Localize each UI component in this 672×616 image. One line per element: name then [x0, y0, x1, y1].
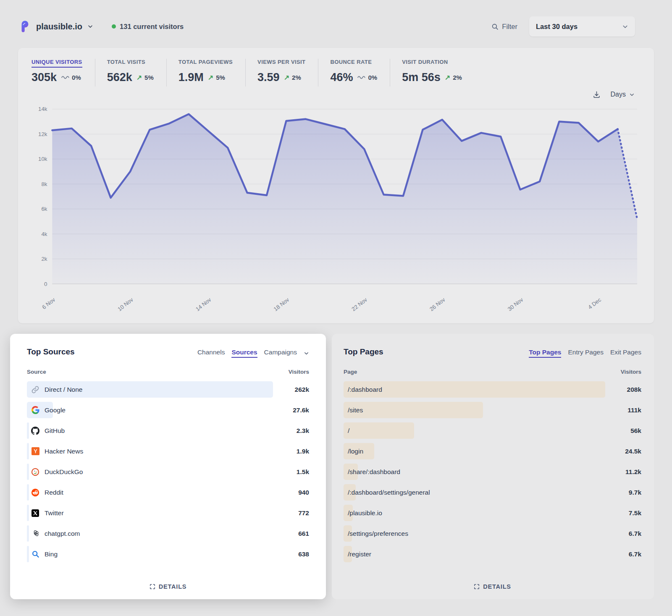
duckduckgo-icon: [31, 468, 39, 476]
svg-text:6 Nov: 6 Nov: [41, 296, 56, 310]
page-row-sites[interactable]: /sites 111k: [344, 400, 641, 420]
google-icon: [31, 406, 39, 414]
source-row-google[interactable]: Google 27.6k: [27, 400, 309, 420]
page-row-root[interactable]: / 56k: [344, 420, 641, 441]
page-row-dashboard[interactable]: /:dashboard 208k: [344, 379, 641, 400]
chevron-down-icon: [629, 92, 635, 97]
stat-views-per-visit[interactable]: VIEWS PER VISIT 3.59 ↗ 2%: [245, 59, 318, 87]
chatgpt-icon: [31, 529, 39, 538]
source-row-chatgpt-com[interactable]: chatgpt.com 661: [27, 523, 309, 544]
row-label: Reddit: [45, 489, 63, 496]
interval-dropdown[interactable]: Days: [611, 91, 635, 98]
stats-row: UNIQUE VISITORS 305k 0% TOTAL VISITS 562…: [32, 59, 640, 87]
svg-text:6k: 6k: [41, 206, 47, 212]
row-label: /sites: [348, 406, 363, 414]
source-row-direct-none[interactable]: Direct / None 262k: [27, 379, 309, 400]
value-bar: [344, 402, 483, 418]
page-row-dashboard-settings-general[interactable]: /:dashboard/settings/general 9.7k: [344, 482, 641, 503]
stat-value: 46%: [330, 71, 353, 84]
col-visitors: Visitors: [621, 369, 641, 375]
date-range-dropdown[interactable]: Last 30 days: [529, 16, 635, 37]
visitors-chart-svg: 14k12k10k8k6k4k2k06 Nov10 Nov14 Nov18 No…: [32, 103, 640, 312]
row-value: 56k: [605, 427, 641, 435]
tab-channels[interactable]: Channels: [197, 349, 225, 358]
row-value: 1.9k: [273, 448, 309, 455]
tab-sources[interactable]: Sources: [231, 349, 257, 358]
svg-text:2k: 2k: [41, 256, 47, 262]
source-row-twitter[interactable]: Twitter 772: [27, 503, 309, 523]
github-icon: [31, 427, 39, 435]
expand-icon: [150, 584, 155, 590]
top-pages-title: Top Pages: [344, 347, 383, 356]
page-row-plausible-io[interactable]: /plausible.io 7.5k: [344, 503, 641, 523]
source-row-reddit[interactable]: Reddit 940: [27, 482, 309, 503]
row-value: 6.7k: [605, 530, 641, 537]
row-label: /share/:dashboard: [348, 468, 400, 476]
filter-button[interactable]: Filter: [491, 23, 517, 31]
plausible-logo: [18, 20, 31, 33]
col-visitors: Visitors: [289, 369, 309, 375]
trend-up-icon: ↗: [445, 73, 450, 81]
svg-text:30 Nov: 30 Nov: [507, 296, 525, 312]
stat-bounce-rate[interactable]: BOUNCE RATE 46% 0%: [318, 59, 390, 87]
page-row-share-dashboard[interactable]: /share/:dashboard 11.2k: [344, 461, 641, 482]
svg-text:22 Nov: 22 Nov: [350, 296, 368, 312]
top-sources-title: Top Sources: [27, 347, 75, 356]
stat-total-visits[interactable]: TOTAL VISITS 562k ↗ 5%: [95, 59, 166, 87]
source-row-hacker-news[interactable]: Hacker News 1.9k: [27, 441, 309, 461]
twitter-icon: [31, 509, 39, 517]
trend-flat-icon: [61, 75, 69, 80]
live-dot-icon: [112, 24, 116, 29]
svg-text:26 Nov: 26 Nov: [428, 296, 446, 312]
search-icon: [491, 23, 499, 30]
source-row-github[interactable]: GitHub 2.3k: [27, 420, 309, 441]
row-label: Google: [45, 406, 66, 414]
row-value: 7.5k: [605, 509, 641, 517]
source-row-bing[interactable]: Bing 638: [27, 544, 309, 564]
row-value: 9.7k: [605, 489, 641, 496]
row-value: 638: [273, 550, 309, 558]
row-value: 772: [273, 509, 309, 517]
current-visitors[interactable]: 131 current visitors: [112, 23, 184, 31]
row-label: Bing: [45, 550, 58, 558]
top-sources-panel: Top Sources Channels Sources Campaigns S…: [10, 334, 326, 599]
row-value: 1.5k: [273, 468, 309, 476]
row-value: 940: [273, 489, 309, 496]
tab-exit-pages[interactable]: Exit Pages: [610, 349, 641, 358]
source-row-duckduckgo[interactable]: DuckDuckGo 1.5k: [27, 461, 309, 482]
row-value: 27.6k: [273, 406, 309, 414]
chevron-down-icon[interactable]: [304, 351, 309, 356]
page-row-settings-preferences[interactable]: /settings/preferences 6.7k: [344, 523, 641, 544]
page-row-register[interactable]: /register 6.7k: [344, 544, 641, 564]
pages-details-button[interactable]: DETAILS: [474, 583, 511, 590]
stat-trend: 2%: [292, 74, 301, 81]
filter-label: Filter: [502, 23, 517, 31]
svg-text:10k: 10k: [38, 156, 47, 162]
col-source: Source: [27, 369, 46, 375]
stat-trend: 5%: [144, 74, 154, 81]
trend-up-icon: ↗: [284, 73, 289, 81]
download-icon[interactable]: [593, 91, 601, 99]
sources-details-button[interactable]: DETAILS: [150, 583, 187, 590]
col-page: Page: [344, 369, 357, 375]
stat-value: 562k: [107, 71, 132, 84]
page-row-login[interactable]: /login 24.5k: [344, 441, 641, 461]
row-value: 11.2k: [605, 468, 641, 476]
stat-unique-visitors[interactable]: UNIQUE VISITORS 305k 0%: [32, 59, 95, 87]
stat-total-pageviews[interactable]: TOTAL PAGEVIEWS 1.9M ↗ 5%: [166, 59, 245, 87]
tab-top-pages[interactable]: Top Pages: [529, 349, 561, 358]
svg-text:18 Nov: 18 Nov: [273, 296, 291, 312]
stat-trend: 0%: [72, 74, 81, 81]
row-value: 262k: [273, 386, 309, 393]
site-switcher[interactable]: plausible.io: [18, 20, 93, 33]
row-label: /register: [348, 550, 371, 558]
tab-entry-pages[interactable]: Entry Pages: [568, 349, 603, 358]
visitors-chart: 14k12k10k8k6k4k2k06 Nov10 Nov14 Nov18 No…: [32, 103, 640, 312]
tab-campaigns[interactable]: Campaigns: [264, 349, 297, 358]
row-label: Hacker News: [45, 448, 83, 455]
stat-visit-duration[interactable]: VISIT DURATION 5m 56s ↗ 2%: [390, 59, 475, 87]
chevron-down-icon: [87, 24, 93, 29]
value-bar: [344, 381, 605, 398]
stat-trend: 5%: [216, 74, 225, 81]
site-name: plausible.io: [36, 22, 82, 31]
